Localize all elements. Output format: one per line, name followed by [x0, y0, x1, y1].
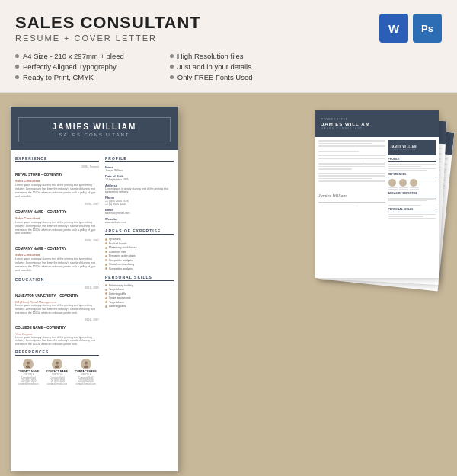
features-right: High Resolution files Just add in your d…	[170, 52, 253, 81]
job-date: 2006 - 2007	[85, 203, 99, 206]
mini-profile-label: PROFILE	[388, 158, 436, 162]
main-content: JAMIES WILLIAM SALES CONSULTANT EXPERIEN…	[0, 93, 457, 476]
skill-dot-icon	[105, 305, 107, 308]
skill-item: Competitor analysis	[105, 267, 174, 270]
edu-name: NUNEATON UNIVERSITY – COVENTRY	[15, 294, 78, 298]
skill-dot-icon	[105, 238, 107, 241]
resume-preview: JAMIES WILLIAM SALES CONSULTANT EXPERIEN…	[11, 107, 178, 471]
edu-date: 2004 - 2007	[85, 318, 99, 321]
bullet-icon	[15, 75, 19, 79]
job-date: 2006 - 2007	[85, 239, 99, 242]
mini-header: JAMES WILLIAM SALES CONSULTANT	[388, 140, 436, 155]
profile-section-title: PROFILE	[105, 156, 174, 162]
page-subtitle: RESUME + COVER LETTER	[15, 34, 201, 43]
mini-personal-label: PERSONAL SKILLS	[388, 208, 436, 212]
skill-dot-icon	[105, 259, 107, 261]
job-company: COMPANY NAME – COVENTRY	[15, 210, 66, 214]
mini-avatar-3	[410, 179, 417, 187]
ref-info: JOB TITLECompany/[job]+00 0000 0000conta…	[44, 373, 71, 385]
bullet-icon	[15, 54, 19, 58]
bullet-icon	[15, 65, 19, 69]
skill-item: Customer care	[105, 251, 174, 254]
skill-item: Minimising stock losses	[105, 246, 174, 249]
feature-item: Ready to Print, CMYK	[15, 73, 124, 81]
job-title: Sales Consultant	[15, 253, 99, 257]
resume-body: EXPERIENCE RETAIL STORE – COVENTRY 2006 …	[11, 150, 178, 391]
edu-name: COLLEGE NAME – COVENTRY	[15, 326, 66, 330]
ref-card-2: CONTACT NAME JOB TITLECompany/[job]+00 0…	[44, 359, 71, 385]
profile-dob-field: Date of Birth 14 September 1985	[105, 174, 174, 181]
mini-ref-row	[388, 179, 436, 190]
cover-lines: Jamies William	[318, 140, 385, 206]
mini-avatar-1	[388, 179, 396, 187]
job-company: RETAIL STORE – COVENTRY	[15, 173, 62, 177]
skill-item: Competitor analysis	[105, 259, 174, 262]
skill-dot-icon	[105, 255, 107, 257]
svg-point-1	[26, 366, 30, 369]
mini-ref-1	[388, 179, 398, 190]
edu-date: 2001 - 2005	[85, 286, 99, 289]
skill-dot-icon	[105, 251, 107, 253]
skill-item: Listening skills	[105, 292, 174, 296]
job-desc: Lorem ipsum is simply dummy text of the …	[15, 184, 99, 199]
job-date: 2006 - Present	[81, 165, 99, 168]
word-icon: W	[379, 14, 408, 43]
job-entry-1: RETAIL STORE – COVENTRY 2006 - Present S…	[15, 165, 99, 199]
mini-references-label: REFERENCES	[388, 173, 436, 177]
profile-address-field: Address Lorem ipsum is simply dummy text…	[105, 184, 174, 193]
ref-avatar-2	[52, 359, 62, 369]
signature-area: Jamies William	[318, 187, 385, 203]
skill-item: Target driven	[105, 288, 174, 291]
resume-name: JAMIES WILLIAM	[27, 123, 162, 131]
ref-info: JOB TITLECompany/[job]+00 0000 0000conta…	[72, 373, 99, 385]
skill-item: Product launch	[105, 242, 174, 245]
cover-left-col: Jamies William	[318, 140, 385, 220]
job-desc: Lorem ipsum is simply dummy text of the …	[15, 221, 99, 236]
mini-ref-2	[399, 179, 408, 190]
skill-item: Relationship building	[105, 284, 174, 287]
skill-dot-icon	[105, 297, 107, 299]
job-entry-2: COMPANY NAME – COVENTRY 2006 - 2007 Sale…	[15, 203, 99, 236]
ref-info: JOB TITLECompany/[job]+00 0000 0000conta…	[15, 373, 42, 385]
feature-item: Perfectly Aligned Typography	[15, 62, 124, 71]
references-section-title: REFERENCES	[15, 350, 99, 356]
profile-website-field: Website www.website.com	[105, 217, 174, 224]
mini-avatar-2	[399, 179, 407, 187]
svg-point-2	[56, 362, 59, 365]
profile-name-field: Name Jamies William	[105, 165, 174, 172]
mini-ref-3	[410, 179, 419, 190]
ref-avatar-1	[23, 359, 34, 369]
skill-dot-icon	[105, 284, 107, 286]
job-desc: Lorem ipsum is simply dummy text of the …	[15, 257, 99, 273]
ref-card-3: CONTACT NAME JOB TITLECompany/[job]+00 0…	[72, 359, 99, 385]
job-title: Sales Consultant	[15, 216, 99, 220]
experience-section-title: EXPERIENCE	[15, 156, 99, 162]
feature-item: Only FREE Fonts Used	[170, 73, 253, 81]
profile-email-field: Email albemail@email.com	[105, 208, 174, 215]
personal-section-title: PERSONAL SKILLS	[105, 275, 174, 281]
resume-role: SALES CONSULTANT	[27, 133, 162, 137]
cover-letter-page: COVER LETTER JAMIES WILLIAM SALES CONSUL…	[315, 110, 439, 278]
skill-dot-icon	[105, 289, 107, 291]
cover-letter-stack: COVER LETTER JAMIES WILLIAM SALES CONSUL…	[187, 107, 446, 472]
header-top-row: SALES CONSULTANT RESUME + COVER LETTER W…	[15, 14, 442, 43]
job-title: Sales Consultant	[15, 179, 99, 183]
skill-item: Listening skills	[105, 305, 174, 308]
cover-page-name: JAMIES WILLIAM	[321, 122, 370, 126]
skill-item: Target driven	[105, 301, 174, 304]
svg-point-4	[85, 362, 88, 365]
ref-card-1: CONTACT NAME JOB TITLECompany/[job]+00 0…	[15, 359, 42, 385]
feature-item: Just add in your details	[170, 62, 253, 71]
bullet-icon	[170, 65, 174, 69]
svg-point-5	[84, 366, 88, 369]
resume-right-col: PROFILE Name Jamies William Date of Birt…	[105, 156, 174, 385]
skill-dot-icon	[105, 301, 107, 303]
features-left: A4 Size - 210 x 297mm + bleed Perfectly …	[15, 52, 124, 81]
mini-expertise-label: AREAS OF EXPERTISE	[388, 192, 436, 196]
expertise-section-title: AREAS OF EXPERTISE	[105, 228, 174, 235]
app-icons-group: W Ps	[379, 14, 442, 43]
title-block: SALES CONSULTANT RESUME + COVER LETTER	[15, 14, 201, 43]
cover-page-body: Jamies William JAMES WILLIAM SALES CONSU…	[315, 137, 439, 223]
photoshop-icon: Ps	[413, 14, 442, 43]
bullet-icon	[170, 75, 174, 79]
